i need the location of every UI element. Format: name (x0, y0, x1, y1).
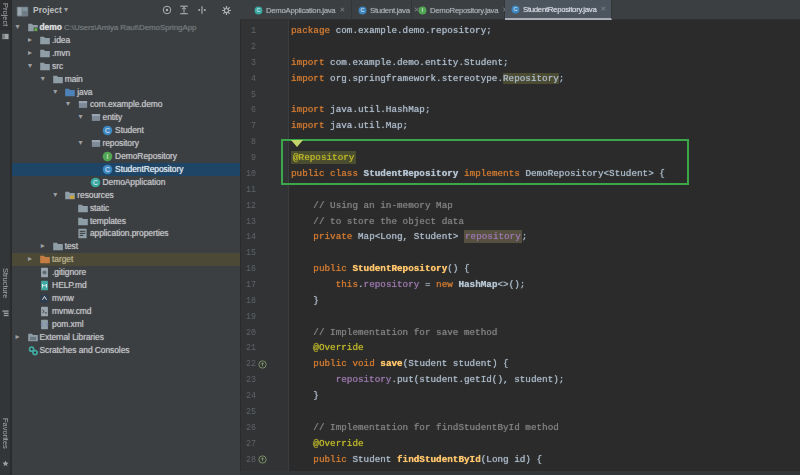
svg-text:C: C (256, 7, 260, 13)
svg-text:C: C (93, 179, 98, 186)
svg-text:C: C (513, 6, 517, 12)
svg-text:C: C (105, 166, 110, 173)
svg-text:C: C (105, 127, 110, 134)
svg-text:C: C (360, 7, 364, 13)
svg-text:I: I (107, 153, 109, 160)
